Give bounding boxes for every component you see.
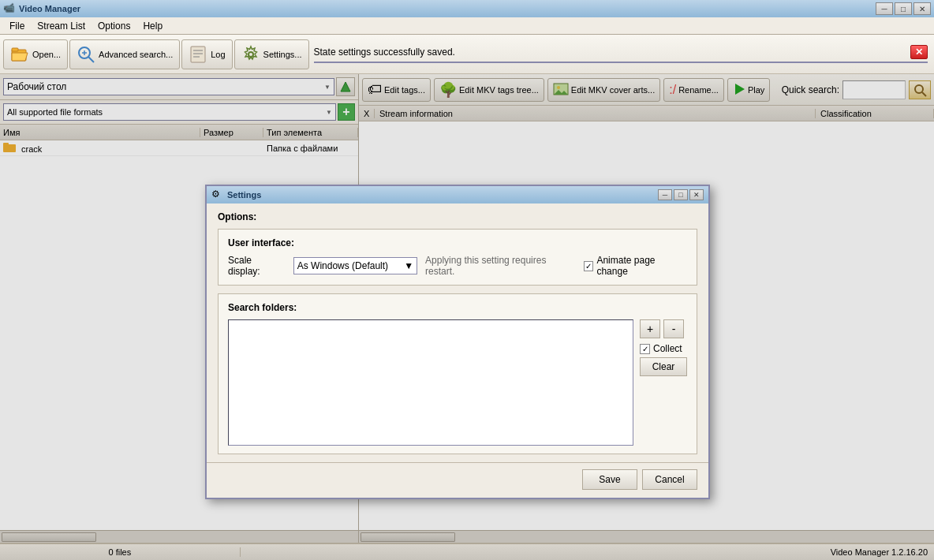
settings-dialog: ⚙ Settings ─ □ ✕ Options: User interface… — [205, 185, 710, 499]
collect-checkbox[interactable] — [640, 344, 650, 354]
settings-icon — [241, 45, 260, 64]
log-icon — [189, 45, 207, 64]
folders-buttons: + - Collect Clear — [640, 319, 687, 446]
scale-select-arrow: ▼ — [404, 260, 413, 271]
menu-options[interactable]: Options — [92, 19, 136, 33]
restart-note: Applying this setting requires restart. — [425, 255, 576, 277]
search-folders-content: + - Collect Clear — [228, 319, 687, 446]
dialog-footer: Save Cancel — [207, 462, 708, 498]
remove-folder-button[interactable]: - — [663, 319, 684, 338]
dialog-close-button[interactable]: ✕ — [689, 189, 704, 200]
menu-stream-list[interactable]: Stream List — [31, 19, 92, 33]
menu-help[interactable]: Help — [136, 19, 169, 33]
open-label: Open... — [32, 50, 61, 59]
main-toolbar: Open... Advanced search... Log — [0, 35, 934, 74]
dialog-minimize-button[interactable]: ─ — [658, 189, 672, 200]
svg-rect-1 — [12, 48, 18, 51]
bottom-status-bar: 0 files Video Manager 1.2.16.20 — [0, 543, 934, 560]
app-icon: 📹 — [3, 2, 16, 15]
dialog-body: Options: User interface: Scale display: … — [207, 203, 708, 462]
close-button[interactable]: ✕ — [913, 2, 931, 15]
window-controls: ─ □ ✕ — [876, 2, 931, 15]
settings-button[interactable]: Settings... — [234, 39, 309, 69]
maximize-button[interactable]: □ — [895, 2, 912, 15]
scale-label: Scale display: — [228, 255, 286, 277]
search-icon — [77, 45, 95, 64]
dialog-icon: ⚙ — [211, 189, 224, 201]
dialog-controls: ─ □ ✕ — [658, 189, 704, 200]
advanced-search-button[interactable]: Advanced search... — [69, 39, 180, 69]
advanced-search-label: Advanced search... — [99, 50, 173, 59]
log-button[interactable]: Log — [181, 39, 232, 69]
svg-line-3 — [88, 57, 94, 62]
files-count: 0 files — [0, 547, 241, 557]
cancel-button[interactable]: Cancel — [642, 469, 697, 490]
svg-rect-6 — [191, 47, 205, 62]
log-label: Log — [211, 50, 225, 59]
folders-list[interactable] — [228, 319, 633, 446]
status-area: State settings successfully saved. ✕ — [311, 43, 931, 65]
menu-file[interactable]: File — [3, 19, 31, 33]
scale-select[interactable]: As Windows (Default) ▼ — [293, 257, 417, 274]
scale-row: Scale display: As Windows (Default) ▼ Ap… — [228, 255, 687, 277]
animate-checkbox[interactable] — [584, 261, 594, 271]
status-message: State settings successfully saved. — [314, 47, 455, 58]
open-icon — [10, 45, 29, 64]
dismiss-status-button[interactable]: ✕ — [910, 45, 928, 59]
animate-label: Animate page change — [596, 255, 687, 277]
options-section-title: Options: — [218, 211, 697, 222]
dialog-maximize-button[interactable]: □ — [674, 189, 688, 200]
dialog-title-bar: ⚙ Settings ─ □ ✕ — [207, 186, 708, 203]
user-interface-group: User interface: Scale display: As Window… — [218, 229, 697, 286]
ui-group-title: User interface: — [228, 237, 687, 248]
app-title: Video Manager — [19, 4, 876, 13]
add-folder-button[interactable]: + — [640, 319, 660, 338]
title-bar: 📹 Video Manager ─ □ ✕ — [0, 0, 934, 17]
progress-bar — [314, 62, 928, 63]
main-area: Рабочий стол ▼ All supported file format… — [0, 74, 934, 543]
version-info: Video Manager 1.2.16.20 — [241, 547, 934, 557]
settings-label: Settings... — [263, 50, 302, 59]
clear-button[interactable]: Clear — [640, 357, 687, 376]
save-button[interactable]: Save — [582, 469, 637, 490]
collect-label: Collect — [653, 343, 682, 354]
open-button[interactable]: Open... — [3, 39, 68, 69]
svg-point-10 — [248, 52, 253, 57]
dialog-title: Settings — [227, 190, 658, 200]
minimize-button[interactable]: ─ — [876, 2, 893, 15]
search-folders-group: Search folders: + - Collect Clear — [218, 293, 697, 454]
menu-bar: File Stream List Options Help — [0, 17, 934, 35]
collect-check-container[interactable]: Collect — [640, 343, 687, 354]
search-folders-title: Search folders: — [228, 302, 687, 313]
animate-check-container[interactable]: Animate page change — [584, 255, 687, 277]
plus-minus-row: + - — [640, 319, 687, 338]
